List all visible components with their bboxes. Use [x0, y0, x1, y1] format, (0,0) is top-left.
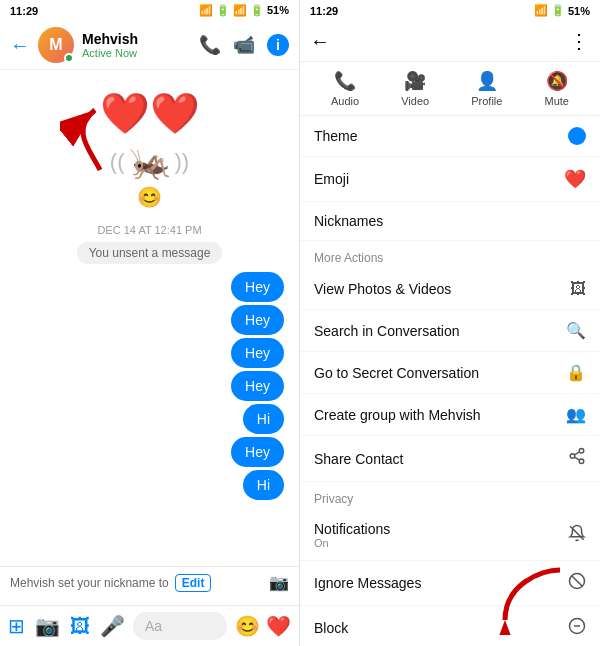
- notifications-wrap: Notifications On: [314, 521, 560, 549]
- grid-icon[interactable]: ⊞: [8, 614, 25, 638]
- smiley-emoji: 😊: [137, 185, 162, 209]
- privacy-section: Privacy: [300, 482, 600, 510]
- lock-icon: 🔒: [566, 363, 586, 382]
- emoji-item[interactable]: Emoji ❤️: [300, 157, 600, 202]
- profile-icon: 👤: [476, 70, 498, 92]
- svg-point-3: [579, 459, 584, 464]
- nickname-bar: Mehvish set your nickname to Edit 📷: [0, 566, 299, 598]
- svg-point-2: [570, 454, 575, 459]
- image-icon[interactable]: 🖼: [70, 615, 90, 638]
- cricket-emoji: (( 🦗 )): [110, 142, 189, 182]
- svg-line-5: [574, 452, 579, 455]
- chat-input-bar: ⊞ 📷 🖼 🎤 Aa 😊 ❤️: [0, 605, 299, 646]
- share-icon: [568, 447, 586, 470]
- camera-input-icon[interactable]: 📷: [35, 614, 60, 638]
- wifi-icon: 📶: [199, 4, 213, 17]
- right-status-icons: 📶 🔋 51%: [534, 4, 590, 17]
- video-label: Video: [401, 95, 429, 107]
- back-button[interactable]: ←: [10, 34, 30, 57]
- messages-list: Hey Hey Hey Hey Hi Hey Hi: [10, 272, 289, 500]
- cricket-icon: 🦗: [129, 142, 171, 182]
- secret-conversation-label: Go to Secret Conversation: [314, 365, 558, 381]
- right-status-bar: 11:29 📶 🔋 51%: [300, 0, 600, 21]
- edit-nickname-button[interactable]: Edit: [175, 574, 212, 592]
- vibration-right: )): [175, 149, 190, 175]
- more-options-button[interactable]: ⋮: [569, 29, 590, 53]
- search-conversation-label: Search in Conversation: [314, 323, 558, 339]
- left-panel: 11:29 📶 🔋 📶 🔋 51% ← M Mehvish Active Now…: [0, 0, 300, 646]
- settings-list: Theme Emoji ❤️ Nicknames More Actions Vi…: [300, 116, 600, 646]
- profile-label: Profile: [471, 95, 502, 107]
- svg-line-9: [572, 576, 583, 587]
- mic-icon[interactable]: 🎤: [100, 614, 125, 638]
- create-group-item[interactable]: Create group with Mehvish 👥: [300, 394, 600, 436]
- message-input[interactable]: Aa: [133, 612, 227, 640]
- video-icon[interactable]: 📹: [233, 34, 255, 56]
- message-bubble: Hi: [243, 470, 284, 500]
- date-label: DEC 14 AT 12:41 PM: [10, 224, 289, 236]
- system-message: You unsent a message: [10, 242, 289, 264]
- share-contact-item[interactable]: Share Contact: [300, 436, 600, 482]
- secret-conversation-item[interactable]: Go to Secret Conversation 🔒: [300, 352, 600, 394]
- ignore-icon: [568, 572, 586, 594]
- right-back-button[interactable]: ←: [310, 30, 330, 53]
- share-contact-label: Share Contact: [314, 451, 560, 467]
- info-icon[interactable]: i: [267, 34, 289, 56]
- message-bubble: Hey: [231, 305, 284, 335]
- nicknames-item[interactable]: Nicknames: [300, 202, 600, 241]
- right-time: 11:29: [310, 5, 338, 17]
- emoji-picker-icon[interactable]: 😊: [235, 614, 260, 638]
- left-time: 11:29: [10, 5, 38, 17]
- red-arrow: [60, 100, 120, 184]
- heart-send-icon[interactable]: ❤️: [266, 614, 291, 638]
- view-photos-item[interactable]: View Photos & Videos 🖼: [300, 269, 600, 310]
- online-indicator: [64, 53, 74, 63]
- input-right-icons: 😊 ❤️: [235, 614, 291, 638]
- left-status-bar: 11:29 📶 🔋 📶 🔋 51%: [0, 0, 299, 21]
- mute-action[interactable]: 🔕 Mute: [544, 70, 568, 107]
- create-group-label: Create group with Mehvish: [314, 407, 558, 423]
- red-arrow-right: [490, 565, 570, 635]
- theme-value: [568, 127, 586, 145]
- input-left-icons: ⊞ 📷 🖼 🎤: [8, 614, 125, 638]
- contact-status: Active Now: [82, 47, 199, 59]
- ignore-messages-item[interactable]: Ignore Messages: [300, 561, 600, 606]
- group-icon: 👥: [566, 405, 586, 424]
- nickname-text: Mehvish set your nickname to: [10, 576, 169, 590]
- audio-icon: 📞: [334, 70, 356, 92]
- theme-item[interactable]: Theme: [300, 116, 600, 157]
- left-status-icons: 📶 🔋 📶 🔋 51%: [199, 4, 289, 17]
- search-icon: 🔍: [566, 321, 586, 340]
- nicknames-label: Nicknames: [314, 213, 586, 229]
- message-bubble: Hey: [231, 272, 284, 302]
- right-wifi-icon: 📶: [534, 4, 548, 17]
- mute-icon: 🔕: [546, 70, 568, 92]
- svg-point-1: [579, 449, 584, 454]
- chat-header: ← M Mehvish Active Now 📞 📹 i: [0, 21, 299, 70]
- mute-label: Mute: [544, 95, 568, 107]
- svg-line-4: [574, 457, 579, 460]
- right-battery-icon: 🔋: [551, 4, 565, 17]
- avatar-wrap: M: [38, 27, 74, 63]
- theme-label: Theme: [314, 128, 568, 144]
- phone-icon[interactable]: 📞: [199, 34, 221, 56]
- quick-actions-row: 📞 Audio 🎥 Video 👤 Profile 🔕 Mute: [300, 62, 600, 116]
- chat-body: ❤️❤️ (( 🦗 )) 😊 DEC 14 AT 12:41 PM You un…: [0, 70, 299, 646]
- photos-icon: 🖼: [570, 280, 586, 298]
- search-conversation-item[interactable]: Search in Conversation 🔍: [300, 310, 600, 352]
- message-bubble: Hey: [231, 437, 284, 467]
- block-icon: [568, 617, 586, 639]
- battery-percent: 📶 🔋 51%: [233, 4, 289, 17]
- video-action[interactable]: 🎥 Video: [401, 70, 429, 107]
- contact-info: Mehvish Active Now: [82, 31, 199, 59]
- contact-name: Mehvish: [82, 31, 199, 47]
- audio-action[interactable]: 📞 Audio: [331, 70, 359, 107]
- battery-icon: 🔋: [216, 4, 230, 17]
- notifications-sub: On: [314, 537, 560, 549]
- message-bubble: Hi: [243, 404, 284, 434]
- notifications-item[interactable]: Notifications On: [300, 510, 600, 561]
- camera-icon: 📷: [269, 573, 289, 592]
- message-bubble: Hey: [231, 338, 284, 368]
- emoji-value: ❤️: [564, 168, 586, 190]
- profile-action[interactable]: 👤 Profile: [471, 70, 502, 107]
